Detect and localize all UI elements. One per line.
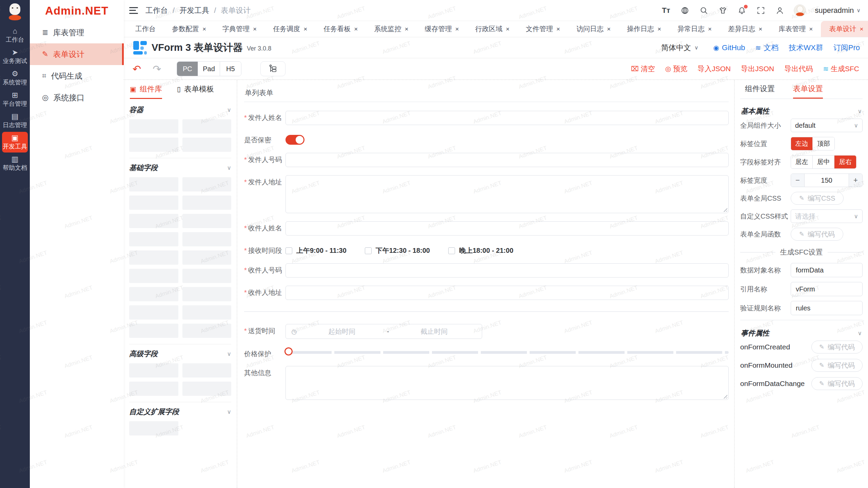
stepper-minus-button[interactable]: − (791, 174, 805, 187)
field-row-sender-address[interactable]: *发件人地址 (244, 175, 729, 213)
settings-tab-表单设置[interactable]: 表单设置 (793, 80, 823, 99)
label-align-居左[interactable]: 居左 (791, 156, 813, 168)
rail-item-开发工具[interactable]: ▣ 开发工具 (2, 132, 28, 152)
palette-item-[interactable] (129, 305, 178, 320)
form-divider[interactable] (244, 311, 729, 312)
tab-close-icon[interactable]: × (253, 25, 257, 33)
form-title[interactable]: 单列表单 (244, 86, 729, 102)
palette-item-[interactable] (129, 287, 178, 301)
palette-item-[interactable] (129, 119, 178, 134)
search-icon[interactable] (699, 5, 709, 16)
outline-tree-button[interactable] (260, 61, 285, 76)
tab-close-icon[interactable]: × (708, 25, 712, 33)
page-tab-库表管理[interactable]: 库表管理 × (770, 21, 821, 37)
rail-item-帮助文档[interactable]: ▥ 帮助文档 (2, 153, 28, 174)
action-预览[interactable]: ◎ 预览 (665, 64, 687, 74)
sidebar-item-系统接口[interactable]: ◎ 系统接口 (30, 87, 124, 108)
tab-close-icon[interactable]: × (758, 25, 762, 33)
field-row-other-info[interactable]: 其他信息 (244, 366, 729, 400)
tab-close-icon[interactable]: × (860, 25, 863, 33)
time-range-picker[interactable]: ◷ 起始时间 - 截止时间 (285, 324, 482, 339)
palette-tab-组件库[interactable]: ▣ 组件库 (130, 80, 162, 99)
palette-section-header[interactable]: 高级字段 ∨ (129, 349, 231, 359)
text-input[interactable] (285, 221, 729, 236)
rail-item-日志管理[interactable]: ▤ 日志管理 (2, 110, 28, 131)
slider[interactable] (285, 347, 729, 354)
undo-icon[interactable]: ↶ (133, 63, 141, 75)
breadcrumb-item[interactable]: / 开发工具 (168, 5, 209, 16)
text-input[interactable] (285, 286, 729, 300)
palette-item-[interactable] (129, 232, 178, 246)
tab-close-icon[interactable]: × (354, 25, 358, 33)
breadcrumb-item[interactable]: / 表单设计 (209, 5, 251, 16)
field-row-delivery-time[interactable]: *送货时间 ◷ 起始时间 - 截止时间 (244, 324, 729, 339)
profile-icon[interactable] (775, 5, 785, 16)
field-row-sender-name[interactable]: *发件人姓名 (244, 111, 729, 125)
brand-logo-text[interactable]: Admin.NET (30, 0, 124, 22)
checkbox-option[interactable]: 上午9:00 - 11:30 (285, 246, 347, 255)
tab-close-icon[interactable]: × (556, 25, 560, 33)
page-tab-工作台[interactable]: 工作台 (127, 21, 164, 37)
brand-mascot-logo[interactable] (6, 3, 24, 21)
palette-item-[interactable] (182, 382, 232, 396)
tab-close-icon[interactable]: × (657, 25, 661, 33)
settings-tab-组件设置[interactable]: 组件设置 (745, 80, 775, 99)
page-tab-操作日志[interactable]: 操作日志 × (619, 21, 669, 37)
sidebar-item-代码生成[interactable]: ⌗ 代码生成 (30, 65, 124, 87)
page-tab-文件管理[interactable]: 文件管理 × (518, 21, 568, 37)
theme-shirt-icon[interactable] (718, 5, 728, 16)
palette-item-[interactable] (182, 214, 232, 228)
ref-name-input[interactable]: vForm (791, 282, 863, 296)
text-input[interactable] (285, 263, 729, 278)
page-tab-字典管理[interactable]: 字典管理 × (214, 21, 265, 37)
palette-item-[interactable] (182, 269, 232, 283)
textarea-input[interactable] (285, 366, 729, 400)
action-生成SFC[interactable]: ≋ 生成SFC (823, 64, 859, 74)
palette-item-[interactable] (129, 382, 178, 396)
label-align-居中[interactable]: 居中 (813, 156, 834, 168)
form-canvas[interactable]: 单列表单 *发件人姓名 是否保密 *发件人号码 (237, 80, 734, 488)
switch-on[interactable] (285, 135, 304, 145)
sidebar-item-库表管理[interactable]: ≣ 库表管理 (30, 22, 124, 43)
slider-handle[interactable] (284, 347, 293, 355)
field-row-price-protect[interactable]: 价格保护 (244, 347, 729, 358)
device-button-PC[interactable]: PC (177, 62, 198, 76)
action-导出JSON[interactable]: 导出JSON (741, 64, 774, 74)
page-tab-任务看板[interactable]: 任务看板 × (315, 21, 366, 37)
link-GitHub[interactable]: ◉ GitHub (713, 43, 745, 52)
language-select[interactable]: 简体中文 ∨ (661, 43, 698, 53)
palette-item-[interactable] (129, 421, 178, 435)
redo-icon[interactable]: ↷ (153, 63, 161, 75)
action-导入JSON[interactable]: 导入JSON (697, 64, 731, 74)
page-tab-系统监控[interactable]: 系统监控 × (366, 21, 416, 37)
palette-item-[interactable] (182, 324, 232, 338)
palette-item-[interactable] (182, 305, 232, 320)
slider-track[interactable] (285, 351, 729, 354)
tab-close-icon[interactable]: × (202, 25, 206, 33)
palette-item-[interactable] (129, 196, 178, 210)
rail-item-业务测试[interactable]: ➤ 业务测试 (2, 46, 28, 67)
palette-item-[interactable] (129, 250, 178, 265)
resize-handle-icon[interactable] (723, 207, 727, 212)
link-订阅Pro[interactable]: 订阅Pro (833, 43, 860, 53)
hamburger-menu-icon[interactable] (129, 7, 138, 14)
field-row-receiver-name[interactable]: *收件人姓名 (244, 221, 729, 236)
page-tab-访问日志[interactable]: 访问日志 × (568, 21, 619, 37)
rail-item-平台管理[interactable]: ⊞ 平台管理 (2, 89, 28, 110)
edit-css-button[interactable]: ✎ 编写CSS (791, 192, 844, 205)
checkbox-option[interactable]: 晚上18:00 - 21:00 (448, 246, 513, 255)
label-align-居右[interactable]: 居右 (834, 156, 856, 168)
stepper-plus-button[interactable]: + (849, 174, 862, 187)
palette-item-[interactable] (129, 324, 178, 338)
page-tab-差异日志[interactable]: 差异日志 × (720, 21, 770, 37)
event-section-header[interactable]: 事件属性 ∨ (740, 321, 863, 341)
edit-code-button[interactable]: ✎ 编写代码 (811, 341, 863, 353)
palette-tab-表单模板[interactable]: ▯ 表单模板 (177, 80, 214, 99)
rules-name-input[interactable]: rules (791, 301, 863, 315)
user-avatar[interactable] (794, 4, 806, 17)
stepper-value[interactable]: 150 (805, 174, 849, 187)
page-tab-异常日志[interactable]: 异常日志 × (669, 21, 720, 37)
custom-css-select[interactable]: 请选择 ∨ (791, 209, 863, 223)
palette-item-[interactable] (129, 138, 178, 152)
edit-code-button[interactable]: ✎ 编写代码 (811, 377, 863, 390)
